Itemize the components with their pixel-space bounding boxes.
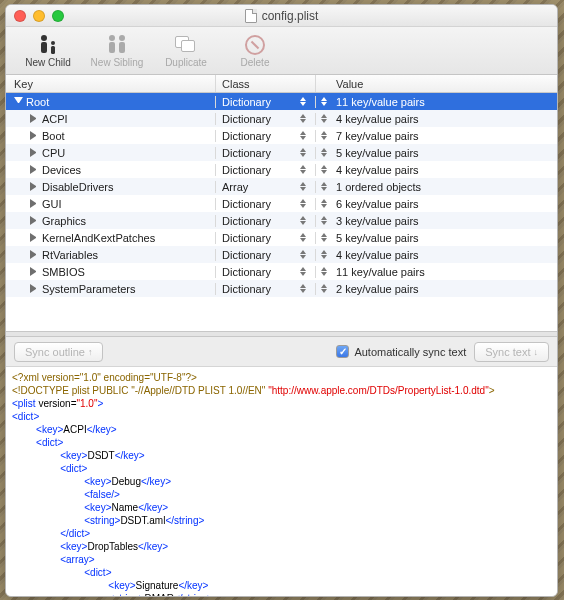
new-sibling-button: New Sibling <box>85 28 149 74</box>
disclosure-triangle-icon[interactable] <box>30 233 39 242</box>
delete-label: Delete <box>241 57 270 68</box>
class-stepper-icon[interactable] <box>300 180 310 194</box>
row-value: 11 key/value pairs <box>336 96 425 108</box>
tree-row[interactable]: SMBIOSDictionary11 key/value pairs <box>6 263 557 280</box>
svg-point-6 <box>119 35 125 41</box>
value-stepper-icon[interactable] <box>321 282 331 296</box>
row-value: 2 key/value pairs <box>336 283 419 295</box>
row-value: 1 ordered objects <box>336 181 421 193</box>
row-key: Devices <box>42 164 81 176</box>
row-value: 4 key/value pairs <box>336 113 419 125</box>
row-class: Dictionary <box>222 283 271 295</box>
class-stepper-icon[interactable] <box>300 231 310 245</box>
disclosure-triangle-icon[interactable] <box>30 267 39 276</box>
row-key: Root <box>26 96 49 108</box>
row-key: SMBIOS <box>42 266 85 278</box>
svg-point-2 <box>51 41 55 45</box>
sync-bar: Sync outline↑ ✓ Automatically sync text … <box>6 337 557 367</box>
row-value: 4 key/value pairs <box>336 164 419 176</box>
tree-row[interactable]: DisableDriversArray1 ordered objects <box>6 178 557 195</box>
value-stepper-icon[interactable] <box>321 248 331 262</box>
row-class: Dictionary <box>222 215 271 227</box>
new-child-button[interactable]: New Child <box>16 28 80 74</box>
tree-padding <box>6 297 557 331</box>
value-stepper-icon[interactable] <box>321 214 331 228</box>
row-value: 4 key/value pairs <box>336 249 419 261</box>
row-class: Array <box>222 181 248 193</box>
tree-row[interactable]: BootDictionary7 key/value pairs <box>6 127 557 144</box>
tree-row[interactable]: GUIDictionary6 key/value pairs <box>6 195 557 212</box>
class-stepper-icon[interactable] <box>300 197 310 211</box>
class-stepper-icon[interactable] <box>300 146 310 160</box>
tree-row[interactable]: GraphicsDictionary3 key/value pairs <box>6 212 557 229</box>
window-title-text: config.plist <box>262 9 319 23</box>
disclosure-triangle-icon[interactable] <box>30 148 39 157</box>
disclosure-triangle-icon[interactable] <box>30 216 39 225</box>
row-key: Graphics <box>42 215 86 227</box>
class-stepper-icon[interactable] <box>300 163 310 177</box>
new-sibling-icon <box>105 33 129 57</box>
tree-row[interactable]: KernelAndKextPatchesDictionary5 key/valu… <box>6 229 557 246</box>
value-stepper-icon[interactable] <box>321 129 331 143</box>
row-key: DisableDrivers <box>42 181 114 193</box>
class-stepper-icon[interactable] <box>300 282 310 296</box>
duplicate-icon <box>175 33 197 57</box>
class-stepper-icon[interactable] <box>300 129 310 143</box>
class-stepper-icon[interactable] <box>300 265 310 279</box>
delete-icon <box>245 33 265 57</box>
value-stepper-icon[interactable] <box>321 197 331 211</box>
auto-sync-checkbox[interactable]: ✓ Automatically sync text <box>336 345 466 358</box>
column-value[interactable]: Value <box>316 75 557 92</box>
row-class: Dictionary <box>222 232 271 244</box>
disclosure-triangle-icon[interactable] <box>30 284 39 293</box>
class-stepper-icon[interactable] <box>300 214 310 228</box>
row-value: 11 key/value pairs <box>336 266 425 278</box>
class-stepper-icon[interactable] <box>300 248 310 262</box>
arrow-down-icon: ↓ <box>534 347 539 357</box>
new-sibling-label: New Sibling <box>91 57 144 68</box>
document-icon <box>245 9 257 23</box>
disclosure-triangle-icon[interactable] <box>30 250 39 259</box>
close-icon[interactable] <box>14 10 26 22</box>
value-stepper-icon[interactable] <box>321 180 331 194</box>
plist-tree[interactable]: RootDictionary11 key/value pairsACPIDict… <box>6 93 557 297</box>
row-key: SystemParameters <box>42 283 136 295</box>
minimize-icon[interactable] <box>33 10 45 22</box>
disclosure-triangle-icon[interactable] <box>30 199 39 208</box>
tree-row[interactable]: CPUDictionary5 key/value pairs <box>6 144 557 161</box>
class-stepper-icon[interactable] <box>300 95 310 109</box>
tree-row[interactable]: DevicesDictionary4 key/value pairs <box>6 161 557 178</box>
tree-row[interactable]: SystemParametersDictionary2 key/value pa… <box>6 280 557 297</box>
svg-rect-1 <box>41 42 47 53</box>
arrow-up-icon: ↑ <box>88 347 93 357</box>
row-value: 5 key/value pairs <box>336 232 419 244</box>
new-child-icon <box>36 33 60 57</box>
disclosure-triangle-icon[interactable] <box>30 131 39 140</box>
value-stepper-icon[interactable] <box>321 231 331 245</box>
window-controls <box>14 10 64 22</box>
column-class[interactable]: Class <box>216 75 316 92</box>
tree-row[interactable]: RootDictionary11 key/value pairs <box>6 93 557 110</box>
value-stepper-icon[interactable] <box>321 265 331 279</box>
disclosure-triangle-icon[interactable] <box>14 97 23 106</box>
disclosure-triangle-icon[interactable] <box>30 114 39 123</box>
value-stepper-icon[interactable] <box>321 112 331 126</box>
tree-row[interactable]: RtVariablesDictionary4 key/value pairs <box>6 246 557 263</box>
row-class: Dictionary <box>222 113 271 125</box>
row-key: GUI <box>42 198 62 210</box>
value-stepper-icon[interactable] <box>321 146 331 160</box>
class-stepper-icon[interactable] <box>300 112 310 126</box>
titlebar[interactable]: config.plist <box>6 5 557 27</box>
value-stepper-icon[interactable] <box>321 163 331 177</box>
value-stepper-icon[interactable] <box>321 95 331 109</box>
disclosure-triangle-icon[interactable] <box>30 182 39 191</box>
disclosure-triangle-icon[interactable] <box>30 165 39 174</box>
column-key[interactable]: Key <box>6 75 216 92</box>
row-class: Dictionary <box>222 96 271 108</box>
xml-source-pane[interactable]: <?xml version="1.0" encoding="UTF-8"?> <… <box>6 367 557 596</box>
delete-button: Delete <box>223 28 287 74</box>
row-key: CPU <box>42 147 65 159</box>
tree-row[interactable]: ACPIDictionary4 key/value pairs <box>6 110 557 127</box>
zoom-icon[interactable] <box>52 10 64 22</box>
row-class: Dictionary <box>222 147 271 159</box>
